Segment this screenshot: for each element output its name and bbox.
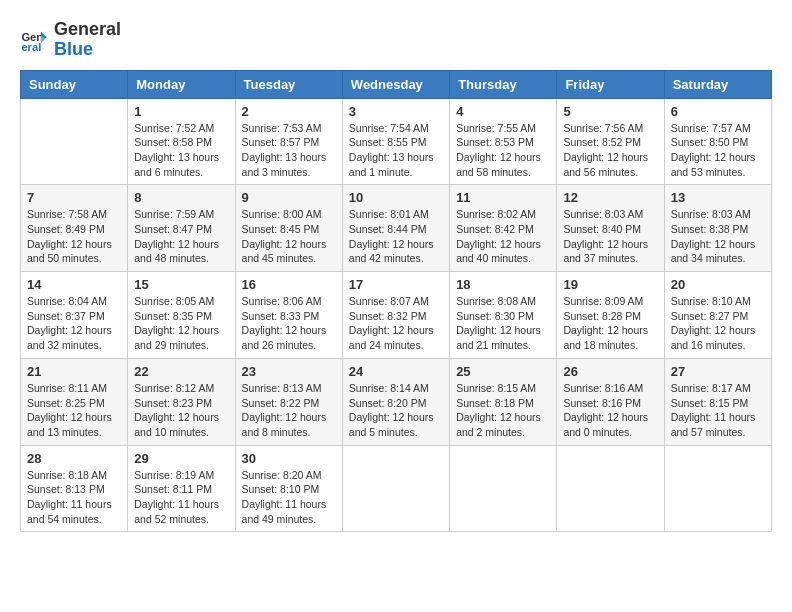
calendar-cell: 5 Sunrise: 7:56 AMSunset: 8:52 PMDayligh… [557, 98, 664, 185]
weekday-header: Monday [128, 70, 235, 98]
logo-text: General Blue [54, 20, 121, 60]
calendar-cell: 28 Sunrise: 8:18 AMSunset: 8:13 PMDaylig… [21, 445, 128, 532]
day-number: 25 [456, 364, 550, 379]
day-info: Sunrise: 8:18 AMSunset: 8:13 PMDaylight:… [27, 468, 121, 527]
calendar-cell: 17 Sunrise: 8:07 AMSunset: 8:32 PMDaylig… [342, 272, 449, 359]
day-number: 15 [134, 277, 228, 292]
calendar-cell: 16 Sunrise: 8:06 AMSunset: 8:33 PMDaylig… [235, 272, 342, 359]
calendar-cell: 10 Sunrise: 8:01 AMSunset: 8:44 PMDaylig… [342, 185, 449, 272]
calendar-cell: 4 Sunrise: 7:55 AMSunset: 8:53 PMDayligh… [450, 98, 557, 185]
weekday-header: Saturday [664, 70, 771, 98]
day-info: Sunrise: 8:02 AMSunset: 8:42 PMDaylight:… [456, 207, 550, 266]
day-info: Sunrise: 8:14 AMSunset: 8:20 PMDaylight:… [349, 381, 443, 440]
day-number: 26 [563, 364, 657, 379]
calendar-cell: 2 Sunrise: 7:53 AMSunset: 8:57 PMDayligh… [235, 98, 342, 185]
day-number: 5 [563, 104, 657, 119]
day-number: 9 [242, 190, 336, 205]
day-info: Sunrise: 8:17 AMSunset: 8:15 PMDaylight:… [671, 381, 765, 440]
day-number: 6 [671, 104, 765, 119]
day-number: 11 [456, 190, 550, 205]
day-info: Sunrise: 8:15 AMSunset: 8:18 PMDaylight:… [456, 381, 550, 440]
day-info: Sunrise: 8:06 AMSunset: 8:33 PMDaylight:… [242, 294, 336, 353]
logo: Gen eral General Blue [20, 20, 121, 60]
day-info: Sunrise: 8:00 AMSunset: 8:45 PMDaylight:… [242, 207, 336, 266]
day-info: Sunrise: 7:57 AMSunset: 8:50 PMDaylight:… [671, 121, 765, 180]
day-number: 19 [563, 277, 657, 292]
calendar-cell: 3 Sunrise: 7:54 AMSunset: 8:55 PMDayligh… [342, 98, 449, 185]
day-info: Sunrise: 8:20 AMSunset: 8:10 PMDaylight:… [242, 468, 336, 527]
day-info: Sunrise: 8:01 AMSunset: 8:44 PMDaylight:… [349, 207, 443, 266]
calendar-cell: 8 Sunrise: 7:59 AMSunset: 8:47 PMDayligh… [128, 185, 235, 272]
calendar-table: SundayMondayTuesdayWednesdayThursdayFrid… [20, 70, 772, 533]
svg-text:eral: eral [21, 41, 41, 53]
day-number: 16 [242, 277, 336, 292]
day-info: Sunrise: 8:11 AMSunset: 8:25 PMDaylight:… [27, 381, 121, 440]
day-info: Sunrise: 7:56 AMSunset: 8:52 PMDaylight:… [563, 121, 657, 180]
day-number: 30 [242, 451, 336, 466]
day-number: 24 [349, 364, 443, 379]
day-info: Sunrise: 7:52 AMSunset: 8:58 PMDaylight:… [134, 121, 228, 180]
calendar-cell [342, 445, 449, 532]
calendar-cell: 15 Sunrise: 8:05 AMSunset: 8:35 PMDaylig… [128, 272, 235, 359]
day-number: 20 [671, 277, 765, 292]
calendar-cell [21, 98, 128, 185]
calendar-cell: 11 Sunrise: 8:02 AMSunset: 8:42 PMDaylig… [450, 185, 557, 272]
day-number: 8 [134, 190, 228, 205]
day-info: Sunrise: 8:16 AMSunset: 8:16 PMDaylight:… [563, 381, 657, 440]
day-info: Sunrise: 7:54 AMSunset: 8:55 PMDaylight:… [349, 121, 443, 180]
day-number: 21 [27, 364, 121, 379]
day-number: 27 [671, 364, 765, 379]
calendar-cell: 25 Sunrise: 8:15 AMSunset: 8:18 PMDaylig… [450, 358, 557, 445]
day-info: Sunrise: 7:55 AMSunset: 8:53 PMDaylight:… [456, 121, 550, 180]
calendar-cell: 27 Sunrise: 8:17 AMSunset: 8:15 PMDaylig… [664, 358, 771, 445]
calendar-cell: 30 Sunrise: 8:20 AMSunset: 8:10 PMDaylig… [235, 445, 342, 532]
day-info: Sunrise: 7:59 AMSunset: 8:47 PMDaylight:… [134, 207, 228, 266]
calendar-cell: 26 Sunrise: 8:16 AMSunset: 8:16 PMDaylig… [557, 358, 664, 445]
calendar-cell: 21 Sunrise: 8:11 AMSunset: 8:25 PMDaylig… [21, 358, 128, 445]
calendar-cell [557, 445, 664, 532]
weekday-header: Tuesday [235, 70, 342, 98]
day-number: 7 [27, 190, 121, 205]
day-number: 4 [456, 104, 550, 119]
calendar-cell: 29 Sunrise: 8:19 AMSunset: 8:11 PMDaylig… [128, 445, 235, 532]
day-number: 17 [349, 277, 443, 292]
day-number: 23 [242, 364, 336, 379]
day-number: 29 [134, 451, 228, 466]
day-info: Sunrise: 8:10 AMSunset: 8:27 PMDaylight:… [671, 294, 765, 353]
weekday-header: Thursday [450, 70, 557, 98]
logo-icon: Gen eral [20, 26, 48, 54]
day-number: 18 [456, 277, 550, 292]
weekday-header: Sunday [21, 70, 128, 98]
calendar-cell: 1 Sunrise: 7:52 AMSunset: 8:58 PMDayligh… [128, 98, 235, 185]
day-number: 3 [349, 104, 443, 119]
calendar-cell: 24 Sunrise: 8:14 AMSunset: 8:20 PMDaylig… [342, 358, 449, 445]
day-info: Sunrise: 7:58 AMSunset: 8:49 PMDaylight:… [27, 207, 121, 266]
calendar-cell: 19 Sunrise: 8:09 AMSunset: 8:28 PMDaylig… [557, 272, 664, 359]
calendar-cell: 9 Sunrise: 8:00 AMSunset: 8:45 PMDayligh… [235, 185, 342, 272]
day-number: 10 [349, 190, 443, 205]
calendar-cell: 13 Sunrise: 8:03 AMSunset: 8:38 PMDaylig… [664, 185, 771, 272]
day-info: Sunrise: 8:04 AMSunset: 8:37 PMDaylight:… [27, 294, 121, 353]
day-info: Sunrise: 8:12 AMSunset: 8:23 PMDaylight:… [134, 381, 228, 440]
day-info: Sunrise: 8:03 AMSunset: 8:38 PMDaylight:… [671, 207, 765, 266]
calendar-cell: 14 Sunrise: 8:04 AMSunset: 8:37 PMDaylig… [21, 272, 128, 359]
weekday-header: Wednesday [342, 70, 449, 98]
day-number: 12 [563, 190, 657, 205]
day-number: 22 [134, 364, 228, 379]
day-info: Sunrise: 8:13 AMSunset: 8:22 PMDaylight:… [242, 381, 336, 440]
day-info: Sunrise: 8:19 AMSunset: 8:11 PMDaylight:… [134, 468, 228, 527]
day-number: 28 [27, 451, 121, 466]
day-number: 1 [134, 104, 228, 119]
day-info: Sunrise: 8:05 AMSunset: 8:35 PMDaylight:… [134, 294, 228, 353]
calendar-cell: 23 Sunrise: 8:13 AMSunset: 8:22 PMDaylig… [235, 358, 342, 445]
calendar-cell: 20 Sunrise: 8:10 AMSunset: 8:27 PMDaylig… [664, 272, 771, 359]
weekday-header: Friday [557, 70, 664, 98]
day-info: Sunrise: 8:07 AMSunset: 8:32 PMDaylight:… [349, 294, 443, 353]
calendar-cell: 12 Sunrise: 8:03 AMSunset: 8:40 PMDaylig… [557, 185, 664, 272]
day-info: Sunrise: 7:53 AMSunset: 8:57 PMDaylight:… [242, 121, 336, 180]
day-info: Sunrise: 8:09 AMSunset: 8:28 PMDaylight:… [563, 294, 657, 353]
day-number: 13 [671, 190, 765, 205]
day-info: Sunrise: 8:08 AMSunset: 8:30 PMDaylight:… [456, 294, 550, 353]
calendar-cell: 22 Sunrise: 8:12 AMSunset: 8:23 PMDaylig… [128, 358, 235, 445]
calendar-cell: 7 Sunrise: 7:58 AMSunset: 8:49 PMDayligh… [21, 185, 128, 272]
